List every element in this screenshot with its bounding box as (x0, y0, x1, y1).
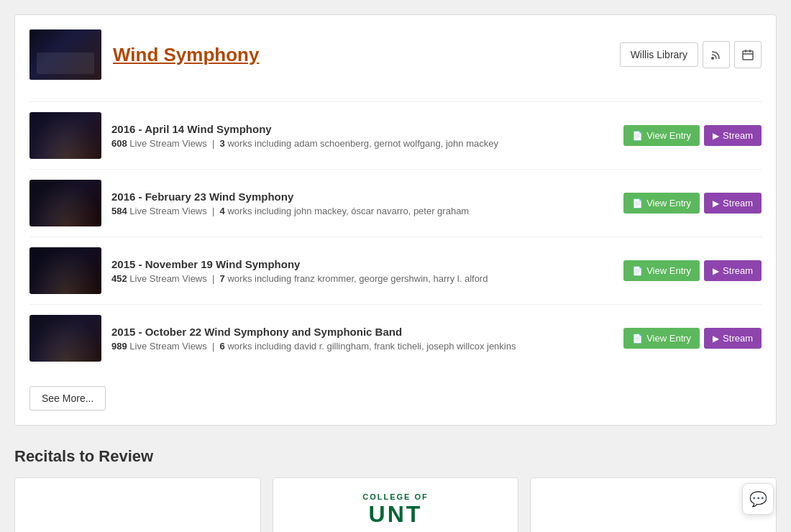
recitals-title: Recitals to Review (14, 447, 777, 466)
concert-list: 2016 - April 14 Wind Symphony 608 Live S… (29, 101, 762, 372)
concert-info-3: 2015 - November 19 Wind Symphony 452 Liv… (111, 258, 613, 284)
concert-actions-2: 📄 View Entry ▶ Stream (623, 193, 762, 214)
recital-card-3 (530, 477, 777, 532)
concert-meta-2: 584 Live Stream Views | 4 works includin… (111, 206, 613, 216)
concert-title-3: 2015 - November 19 Wind Symphony (111, 258, 613, 270)
svg-rect-1 (743, 51, 753, 60)
chat-button[interactable]: 💬 (742, 483, 774, 515)
header-left: Wind Symphony (29, 29, 259, 80)
chat-icon: 💬 (749, 490, 767, 508)
header-thumbnail (29, 29, 101, 80)
concert-title-1: 2016 - April 14 Wind Symphony (111, 123, 613, 135)
svg-point-0 (711, 57, 714, 60)
concert-actions-3: 📄 View Entry ▶ Stream (623, 260, 762, 281)
concert-info-2: 2016 - February 23 Wind Symphony 584 Liv… (111, 191, 613, 216)
view-entry-button-1[interactable]: 📄 View Entry (623, 125, 700, 146)
concert-meta-1: 608 Live Stream Views | 3 works includin… (111, 138, 613, 149)
college-label: COLLEGE OF (362, 492, 429, 501)
unt-logo: UNT (362, 501, 429, 528)
stream-button-1[interactable]: ▶ Stream (704, 125, 762, 146)
concert-thumbnail-2 (29, 180, 101, 226)
concert-title-4: 2015 - October 22 Wind Symphony and Symp… (111, 326, 613, 338)
recitals-section: Recitals to Review COLLEGE OF UNT (14, 447, 777, 532)
recital-card-1 (14, 477, 261, 532)
concert-title-2: 2016 - February 23 Wind Symphony (111, 191, 613, 203)
see-more-button[interactable]: See More... (29, 386, 106, 411)
table-row: 2015 - October 22 Wind Symphony and Symp… (29, 304, 762, 372)
view-entry-button-3[interactable]: 📄 View Entry (623, 260, 700, 281)
concert-actions-1: 📄 View Entry ▶ Stream (623, 125, 762, 146)
play-icon: ▶ (713, 131, 719, 141)
rss-button[interactable] (703, 41, 730, 68)
main-concert-card: Wind Symphony Willis Library (14, 14, 777, 426)
view-entry-button-2[interactable]: 📄 View Entry (623, 193, 700, 214)
concert-thumbnail-3 (29, 247, 101, 294)
see-more-wrapper: See More... (29, 386, 762, 411)
concert-thumbnail-4 (29, 315, 101, 362)
table-row: 2016 - April 14 Wind Symphony 608 Live S… (29, 101, 762, 169)
recital-card-logo: COLLEGE OF UNT (273, 477, 519, 532)
stream-button-3[interactable]: ▶ Stream (704, 260, 762, 281)
concert-info-4: 2015 - October 22 Wind Symphony and Symp… (111, 326, 613, 352)
calendar-button[interactable] (734, 41, 762, 68)
page-title[interactable]: Wind Symphony (113, 44, 259, 66)
document-icon: 📄 (632, 131, 643, 141)
table-row: 2016 - February 23 Wind Symphony 584 Liv… (29, 169, 762, 237)
concert-actions-4: 📄 View Entry ▶ Stream (623, 328, 762, 349)
table-row: 2015 - November 19 Wind Symphony 452 Liv… (29, 237, 762, 304)
calendar-icon (742, 49, 754, 60)
header-right: Willis Library (620, 41, 762, 68)
play-icon: ▶ (713, 198, 719, 208)
concert-thumbnail-1 (29, 112, 101, 159)
stream-button-4[interactable]: ▶ Stream (704, 328, 762, 349)
orchestra-image (29, 29, 101, 80)
stream-button-2[interactable]: ▶ Stream (704, 193, 762, 214)
rss-icon (710, 49, 722, 60)
concert-info-1: 2016 - April 14 Wind Symphony 608 Live S… (111, 123, 613, 149)
concert-meta-3: 452 Live Stream Views | 7 works includin… (111, 273, 613, 284)
card-header: Wind Symphony Willis Library (29, 29, 762, 87)
play-icon: ▶ (713, 266, 719, 276)
document-icon: 📄 (632, 266, 643, 276)
document-icon: 📄 (632, 198, 643, 208)
view-entry-button-4[interactable]: 📄 View Entry (623, 328, 700, 349)
recitals-row: COLLEGE OF UNT (14, 477, 777, 532)
play-icon: ▶ (713, 334, 719, 344)
willis-library-button[interactable]: Willis Library (620, 42, 698, 67)
document-icon: 📄 (632, 334, 643, 344)
concert-meta-4: 989 Live Stream Views | 6 works includin… (111, 341, 613, 352)
